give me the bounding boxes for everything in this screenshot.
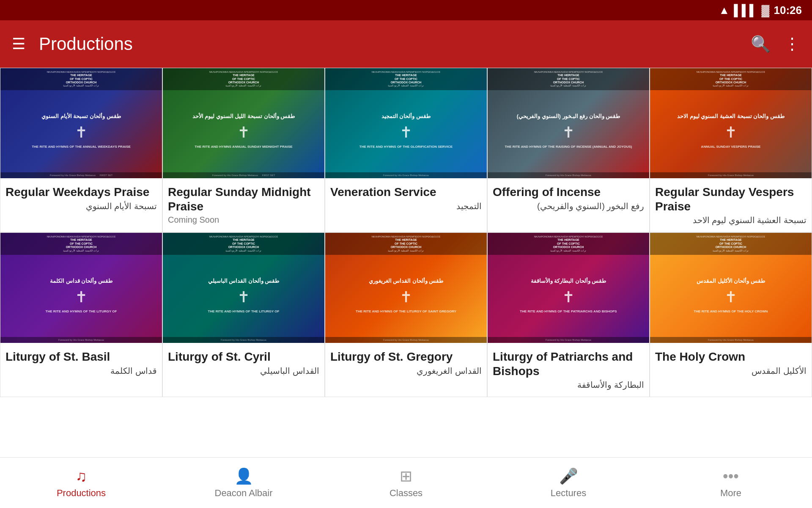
nav-item-productions[interactable]: ♫ Productions: [0, 458, 162, 508]
nav-item-lectures[interactable]: 🎤 Lectures: [487, 458, 650, 508]
item-card-2[interactable]: ΝΚΛΗΡΟΝΟΜΙΑ ΝΕΚΚΛΗΣΙΑ ΝΡΕΜΠΩΟΥΙ ΝΟΡΘΟΔΟΞ…: [162, 68, 325, 232]
item-title-ar-6: قداس الكلمة: [5, 366, 157, 376]
cross-icon: ✝: [400, 124, 412, 141]
app-title: Productions: [39, 34, 751, 54]
menu-icon[interactable]: ☰: [12, 35, 25, 53]
cross-icon: ✝: [562, 124, 575, 141]
nav-icon-deacon-albair: 👤: [234, 467, 253, 485]
items-grid: ΝΚΛΗΡΟΝΟΜΙΑ ΝΕΚΚΛΗΣΙΑ ΝΡΕΜΠΩΟΥΙ ΝΟΡΘΟΔΟΞ…: [0, 68, 812, 397]
time: 10:26: [774, 4, 802, 17]
nav-label-more: More: [720, 488, 741, 499]
item-card-10[interactable]: ΝΚΛΗΡΟΝΟΜΙΑ ΝΕΚΚΛΗΣΙΑ ΝΡΕΜΠΩΟΥΙ ΝΟΡΘΟΔΟΞ…: [650, 232, 812, 397]
item-card-1[interactable]: ΝΚΛΗΡΟΝΟΜΙΑ ΝΕΚΚΛΗΣΙΑ ΝΡΕΜΠΩΟΥΙ ΝΟΡΘΟΔΟΞ…: [0, 68, 162, 232]
more-icon[interactable]: ⋮: [784, 35, 800, 53]
cover-9: ΝΚΛΗΡΟΝΟΜΙΑ ΝΕΚΚΛΗΣΙΑ ΝΡΕΜΠΩΟΥΙ ΝΟΡΘΟΔΟΞ…: [488, 233, 649, 343]
item-title-en-2: Regular Sunday Midnight Praise: [168, 185, 319, 213]
cross-icon: ✝: [562, 288, 575, 306]
status-bar: ▲ ▌▌▌ ▓ 10:26: [0, 0, 812, 20]
item-card-6[interactable]: ΝΚΛΗΡΟΝΟΜΙΑ ΝΕΚΚΛΗΣΙΑ ΝΡΕΜΠΩΟΥΙ ΝΟΡΘΟΔΟΞ…: [0, 232, 162, 397]
cross-icon: ✝: [237, 288, 250, 306]
item-title-en-4: Offering of Incense: [493, 185, 644, 199]
item-title-en-8: Liturgy of St. Gregory: [330, 350, 482, 364]
nav-item-more[interactable]: ••• More: [650, 458, 812, 508]
item-subtitle-2: Coming Soon: [168, 215, 319, 225]
item-title-ar-1: تسبحة الأيام السنوي: [5, 201, 157, 211]
cover-8: ΝΚΛΗΡΟΝΟΜΙΑ ΝΕΚΚΛΗΣΙΑ ΝΡΕΜΠΩΟΥΙ ΝΟΡΘΟΔΟΞ…: [325, 233, 487, 343]
item-title-ar-4: رفع البخور (السنوي والفريحي): [493, 201, 644, 211]
item-card-3[interactable]: ΝΚΛΗΡΟΝΟΜΙΑ ΝΕΚΚΛΗΣΙΑ ΝΡΕΜΠΩΟΥΙ ΝΟΡΘΟΔΟΞ…: [325, 68, 487, 232]
item-title-ar-5: تسبحة العشية السنوي ليوم الاحد: [655, 215, 807, 225]
item-card-9[interactable]: ΝΚΛΗΡΟΝΟΜΙΑ ΝΕΚΚΛΗΣΙΑ ΝΡΕΜΠΩΟΥΙ ΝΟΡΘΟΔΟΞ…: [487, 232, 650, 397]
cross-icon: ✝: [75, 288, 88, 306]
cover-5: ΝΚΛΗΡΟΝΟΜΙΑ ΝΕΚΚΛΗΣΙΑ ΝΡΕΜΠΩΟΥΙ ΝΟΡΘΟΔΟΞ…: [650, 68, 812, 178]
item-title-en-3: Veneration Service: [330, 185, 482, 199]
nav-icon-lectures: 🎤: [559, 467, 578, 485]
nav-icon-productions: ♫: [76, 467, 87, 485]
battery-icon: ▓: [762, 4, 770, 17]
app-bar: ☰ Productions 🔍 ⋮: [0, 20, 812, 68]
cover-6: ΝΚΛΗΡΟΝΟΜΙΑ ΝΕΚΚΛΗΣΙΑ ΝΡΕΜΠΩΟΥΙ ΝΟΡΘΟΔΟΞ…: [0, 233, 162, 343]
cover-2: ΝΚΛΗΡΟΝΟΜΙΑ ΝΕΚΚΛΗΣΙΑ ΝΡΕΜΠΩΟΥΙ ΝΟΡΘΟΔΟΞ…: [163, 68, 324, 178]
nav-item-deacon-albair[interactable]: 👤 Deacon Albair: [162, 458, 325, 508]
item-title-en-1: Regular Weekdays Praise: [5, 185, 157, 199]
action-icons: 🔍 ⋮: [751, 35, 800, 53]
nav-label-deacon-albair: Deacon Albair: [215, 488, 273, 499]
nav-item-classes[interactable]: ⊞ Classes: [325, 458, 487, 508]
status-icons: ▲ ▌▌▌ ▓ 10:26: [719, 4, 802, 17]
cross-icon: ✝: [400, 288, 412, 306]
item-card-5[interactable]: ΝΚΛΗΡΟΝΟΜΙΑ ΝΕΚΚΛΗΣΙΑ ΝΡΕΜΠΩΟΥΙ ΝΟΡΘΟΔΟΞ…: [650, 68, 812, 232]
signal-icon: ▌▌▌: [734, 4, 757, 17]
nav-icon-classes: ⊞: [400, 467, 412, 485]
bottom-nav: ♫ Productions 👤 Deacon Albair ⊞ Classes …: [0, 457, 812, 508]
cross-icon: ✝: [75, 124, 88, 141]
cross-icon: ✝: [724, 288, 737, 306]
cover-4: ΝΚΛΗΡΟΝΟΜΙΑ ΝΕΚΚΛΗΣΙΑ ΝΡΕΜΠΩΟΥΙ ΝΟΡΘΟΔΟΞ…: [488, 68, 649, 178]
cross-icon: ✝: [237, 124, 250, 141]
item-card-7[interactable]: ΝΚΛΗΡΟΝΟΜΙΑ ΝΕΚΚΛΗΣΙΑ ΝΡΕΜΠΩΟΥΙ ΝΟΡΘΟΔΟΞ…: [162, 232, 325, 397]
wifi-icon: ▲: [719, 4, 730, 17]
cover-3: ΝΚΛΗΡΟΝΟΜΙΑ ΝΕΚΚΛΗΣΙΑ ΝΡΕΜΠΩΟΥΙ ΝΟΡΘΟΔΟΞ…: [325, 68, 487, 178]
item-title-ar-3: التمجيد: [330, 201, 482, 211]
cross-icon: ✝: [724, 124, 737, 141]
item-title-en-7: Liturgy of St. Cyril: [168, 350, 319, 364]
cover-1: ΝΚΛΗΡΟΝΟΜΙΑ ΝΕΚΚΛΗΣΙΑ ΝΡΕΜΠΩΟΥΙ ΝΟΡΘΟΔΟΞ…: [0, 68, 162, 178]
cover-7: ΝΚΛΗΡΟΝΟΜΙΑ ΝΕΚΚΛΗΣΙΑ ΝΡΕΜΠΩΟΥΙ ΝΟΡΘΟΔΟΞ…: [163, 233, 324, 343]
item-title-ar-10: الأكليل المقدس: [655, 366, 807, 376]
item-card-4[interactable]: ΝΚΛΗΡΟΝΟΜΙΑ ΝΕΚΚΛΗΣΙΑ ΝΡΕΜΠΩΟΥΙ ΝΟΡΘΟΔΟΞ…: [487, 68, 650, 232]
nav-label-lectures: Lectures: [551, 488, 586, 499]
item-title-en-9: Liturgy of Patriarchs and Bishops: [493, 350, 644, 378]
item-title-en-6: Liturgy of St. Basil: [5, 350, 157, 364]
nav-label-classes: Classes: [390, 488, 422, 499]
cover-10: ΝΚΛΗΡΟΝΟΜΙΑ ΝΕΚΚΛΗΣΙΑ ΝΡΕΜΠΩΟΥΙ ΝΟΡΘΟΔΟΞ…: [650, 233, 812, 343]
item-title-en-5: Regular Sunday Vespers Praise: [655, 185, 807, 213]
item-title-en-10: The Holy Crown: [655, 350, 807, 364]
nav-label-productions: Productions: [57, 488, 106, 499]
item-card-8[interactable]: ΝΚΛΗΡΟΝΟΜΙΑ ΝΕΚΚΛΗΣΙΑ ΝΡΕΜΠΩΟΥΙ ΝΟΡΘΟΔΟΞ…: [325, 232, 487, 397]
content-area: ΝΚΛΗΡΟΝΟΜΙΑ ΝΕΚΚΛΗΣΙΑ ΝΡΕΜΠΩΟΥΙ ΝΟΡΘΟΔΟΞ…: [0, 68, 812, 457]
item-title-ar-8: القداس الغريغوري: [330, 366, 482, 376]
item-title-ar-7: القداس الباسيلي: [168, 366, 319, 376]
item-title-ar-9: البطاركة والأساقفة: [493, 380, 644, 390]
search-icon[interactable]: 🔍: [751, 35, 771, 53]
nav-icon-more: •••: [723, 467, 739, 485]
